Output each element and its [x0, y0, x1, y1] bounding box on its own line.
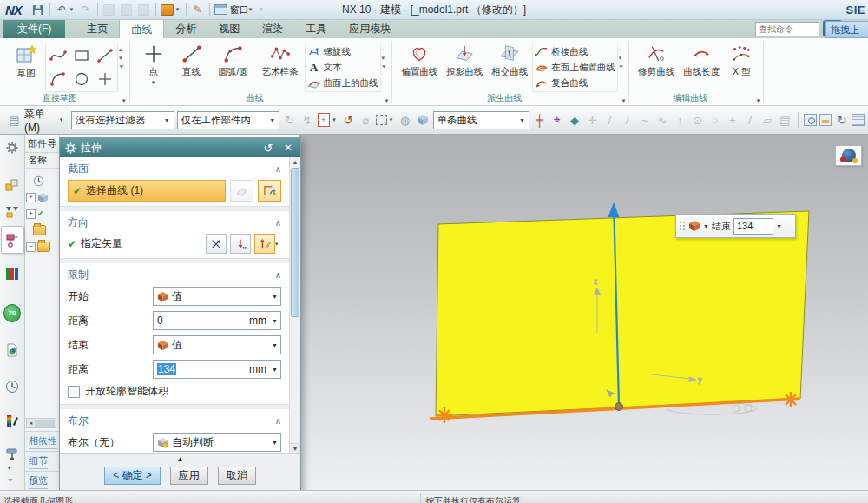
constraint-navigator-icon[interactable]: [3, 202, 21, 220]
circle-snap-icon[interactable]: ○: [707, 111, 722, 129]
history-palette-icon[interactable]: [3, 341, 21, 359]
inferred-vector-button[interactable]: [230, 234, 251, 254]
roles-icon[interactable]: [3, 446, 21, 463]
spline-snap-icon[interactable]: ∿: [654, 111, 669, 129]
web-browser-badge-icon[interactable]: 70: [3, 304, 21, 321]
tree-node-history[interactable]: [33, 174, 44, 188]
drag-hint-button[interactable]: 拖拽上: [825, 21, 868, 38]
viewport-quick-access-button[interactable]: [835, 145, 862, 166]
group-dialog-launcher-icon[interactable]: ▾: [122, 97, 126, 104]
line-button[interactable]: 直线: [173, 41, 211, 78]
redo-icon[interactable]: ↷: [77, 2, 95, 17]
command-search-input[interactable]: [755, 22, 819, 36]
section-header-limits[interactable]: 限制∧: [60, 263, 289, 284]
tab-view[interactable]: 视图: [207, 19, 251, 38]
move-handle-icon[interactable]: ✛: [585, 111, 600, 129]
paste-icon[interactable]: [135, 2, 153, 17]
zoom-window-icon[interactable]: [804, 114, 817, 126]
project-curve-button[interactable]: 投影曲线: [442, 41, 487, 78]
undo-icon[interactable]: ↶: [53, 2, 70, 17]
lasso-select-icon[interactable]: [376, 115, 387, 125]
sketch-rectangle-button[interactable]: [70, 44, 93, 67]
end-distance-input[interactable]: 134: [733, 218, 773, 235]
undo-dropdown-icon[interactable]: ▾: [70, 6, 77, 13]
cut-icon[interactable]: [101, 2, 118, 17]
vector-dialog-button[interactable]: [206, 234, 227, 254]
open-profile-row[interactable]: 开放轮廓智能体积: [60, 381, 289, 401]
chevron-up-icon[interactable]: ∧: [275, 270, 281, 280]
center-snap-icon[interactable]: ⊙: [690, 111, 705, 129]
chevron-up-icon[interactable]: ∧: [275, 164, 281, 174]
dialog-scrollbar[interactable]: ▲ ▼: [289, 157, 300, 453]
work-cube-icon[interactable]: [415, 111, 430, 129]
curve-length-button[interactable]: 曲线长度: [679, 41, 724, 78]
vector-dropdown-icon[interactable]: ▾: [275, 241, 281, 248]
lasso-dropdown-icon[interactable]: ▾: [390, 116, 395, 123]
start-distance-input[interactable]: 0 mm ▼: [153, 311, 281, 330]
copy-icon[interactable]: [118, 2, 135, 17]
visualization-palette-icon[interactable]: [3, 413, 21, 430]
sketch-point-button[interactable]: [94, 68, 116, 90]
tree-node-folder[interactable]: [33, 223, 46, 237]
tree-node-cameras[interactable]: +✔: [26, 207, 44, 221]
shaded-sphere-icon[interactable]: ◍: [398, 111, 412, 129]
tree-node-model-history[interactable]: −: [26, 240, 50, 254]
curve-on-surface-button[interactable]: 曲面上的曲线: [307, 76, 378, 90]
arc-circle-button[interactable]: 圆弧/圆: [211, 41, 256, 78]
section-header-boolean[interactable]: 布尔∧: [60, 409, 289, 430]
limit-type-dropdown-icon[interactable]: ▼: [703, 223, 709, 229]
snapshot-icon[interactable]: [819, 114, 832, 126]
tab-home[interactable]: 主页: [76, 19, 119, 38]
gallery-arrows[interactable]: ·▾⏷: [618, 41, 625, 74]
gallery-arrows[interactable]: ▴▾⏷: [118, 41, 125, 74]
chevron-up-icon[interactable]: ∧: [275, 416, 281, 426]
sketch-arc-button[interactable]: [47, 68, 69, 90]
tab-curve[interactable]: 曲线: [119, 19, 164, 38]
tab-render[interactable]: 渲染: [251, 19, 294, 38]
tab-preview[interactable]: 预览: [24, 471, 59, 491]
onscreen-input-toolbar[interactable]: ▼ 结束 134 ▼: [675, 214, 796, 238]
dialog-collapse-icon[interactable]: ▲: [67, 454, 293, 465]
composite-curve-button[interactable]: 复合曲线: [535, 76, 615, 90]
selection-scope-dropdown[interactable]: 仅在工作部件内▼: [177, 111, 280, 129]
select-handles-icon[interactable]: ↯: [299, 111, 314, 129]
select-face-button[interactable]: [230, 180, 253, 202]
group-dialog-launcher-icon[interactable]: ▾: [757, 97, 760, 104]
scroll-up-icon[interactable]: ▲: [290, 157, 300, 167]
offset-curve-button[interactable]: 偏置曲线: [397, 41, 442, 78]
end-limit-dropdown[interactable]: 值 ▼: [153, 335, 281, 354]
group-dialog-launcher-icon[interactable]: ▾: [385, 97, 389, 104]
resource-gear-icon[interactable]: [3, 139, 21, 156]
slash-snap-icon[interactable]: /: [742, 111, 757, 129]
plus-snap-icon[interactable]: +: [725, 111, 740, 129]
in-path-icon[interactable]: ◆: [567, 111, 582, 129]
drag-grip-icon[interactable]: [680, 222, 686, 231]
scrollbar-thumb[interactable]: [291, 168, 299, 317]
dialog-close-icon[interactable]: ✕: [281, 142, 295, 154]
end-point-icon[interactable]: ⌀: [358, 111, 373, 129]
apply-button[interactable]: 应用: [170, 467, 208, 485]
vector-arrowhead[interactable]: [608, 202, 620, 217]
sketch-circle-button[interactable]: [70, 68, 93, 90]
dialog-reset-icon[interactable]: ↺: [261, 142, 275, 155]
intersect-curve-button[interactable]: 相交曲线: [487, 41, 532, 78]
extrude-dialog[interactable]: 拉伸 ↺ ✕ 截面∧ ✔ 选择曲线 (1) 方向∧ ✔ 指定矢量: [59, 137, 301, 493]
group-dialog-launcher-icon[interactable]: ▾: [622, 97, 626, 104]
sketch-button[interactable]: 草图: [7, 41, 45, 80]
section-header-section[interactable]: 截面∧: [60, 157, 289, 178]
ok-button[interactable]: < 确定 >: [104, 467, 161, 485]
tab-file[interactable]: 文件(F): [3, 19, 65, 38]
assembly-navigator-icon[interactable]: [3, 176, 21, 194]
select-curve-field[interactable]: ✔ 选择曲线 (1): [68, 180, 226, 202]
studio-spline-button[interactable]: 艺术样条: [256, 41, 305, 78]
gallery-arrows[interactable]: ·▾⏷: [381, 41, 388, 74]
chevron-up-icon[interactable]: ∧: [275, 218, 281, 228]
navigator-h-scrollbar[interactable]: ◂: [26, 418, 56, 428]
menu-button[interactable]: ▤ 菜单(M) ▾: [3, 106, 69, 135]
extrude-preview-face[interactable]: [436, 211, 809, 416]
bridge-curve-button[interactable]: 桥接曲线: [535, 44, 615, 59]
command-finder-dropdown-icon[interactable]: ▾: [176, 6, 183, 13]
open-profile-checkbox[interactable]: [68, 386, 80, 398]
line2-snap-icon[interactable]: /: [620, 111, 635, 129]
face-snap-icon[interactable]: ▱: [760, 111, 775, 129]
